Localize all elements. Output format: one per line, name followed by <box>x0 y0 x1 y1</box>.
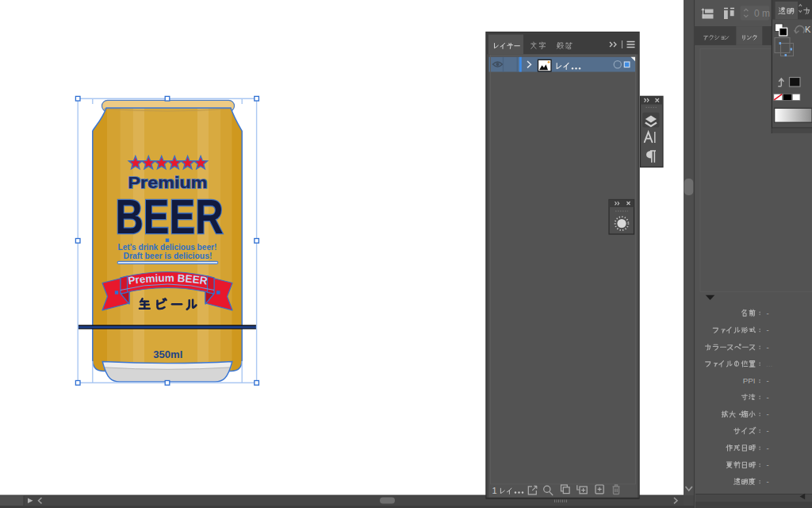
svg-text:-: - <box>767 477 769 486</box>
svg-text:1: 1 <box>492 486 497 495</box>
svg-text:-: - <box>767 309 769 318</box>
svg-text:-: - <box>767 393 769 402</box>
svg-text:350ml: 350ml <box>153 348 182 360</box>
svg-text:-: - <box>767 325 769 334</box>
svg-text:BEER: BEER <box>116 189 224 244</box>
svg-text:0 m: 0 m <box>754 8 770 19</box>
svg-text:PPI: PPI <box>743 376 756 385</box>
svg-text:-: - <box>767 376 769 385</box>
svg-text:-: - <box>767 444 769 452</box>
svg-text:-: - <box>767 426 769 435</box>
svg-text:Draft beer is delicious!: Draft beer is delicious! <box>123 251 212 260</box>
svg-text:K: K <box>805 25 811 34</box>
svg-text:Let's drink delicious beer!: Let's drink delicious beer! <box>118 242 217 252</box>
svg-text:-: - <box>767 460 769 469</box>
svg-text:...: ... <box>766 360 772 368</box>
svg-text:-: - <box>767 343 769 352</box>
svg-text:-: - <box>767 410 769 418</box>
